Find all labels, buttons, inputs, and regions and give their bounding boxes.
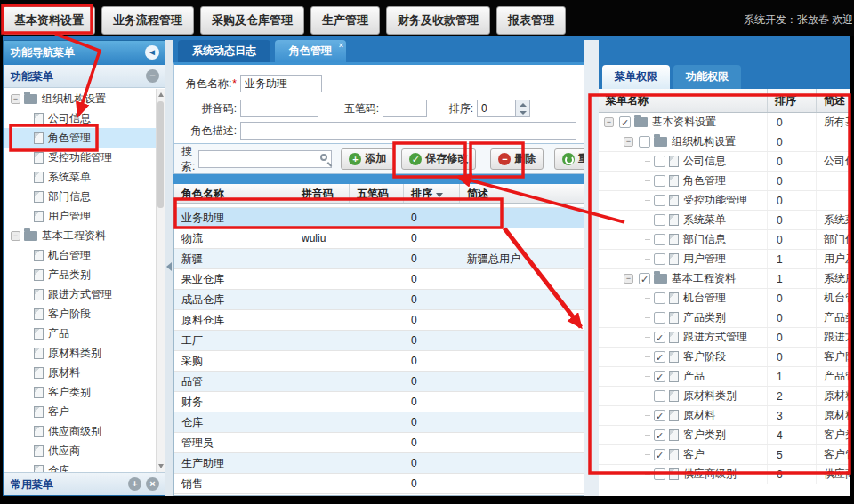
delete-button[interactable]: − 删除 bbox=[490, 148, 544, 170]
sidebar-tree-item[interactable]: 客户 bbox=[4, 402, 165, 421]
expander-icon[interactable]: − bbox=[604, 117, 614, 127]
sidebar-tree-item[interactable]: 原材料类别 bbox=[4, 343, 165, 363]
permission-tree-row[interactable]: ✓跟进方式管理0跟进方 bbox=[599, 328, 850, 348]
checkbox-icon[interactable]: ✓ bbox=[639, 273, 650, 284]
checkbox-icon[interactable]: ✓ bbox=[654, 410, 665, 421]
permission-tree-row[interactable]: ✓产品1产品管 bbox=[599, 367, 850, 387]
checkbox-icon[interactable] bbox=[654, 175, 665, 187]
permission-tree-row[interactable]: ✓原材料3原材料 bbox=[599, 406, 850, 426]
col-menu-order[interactable]: 排序 bbox=[768, 89, 817, 112]
sidebar-tree-item[interactable]: 机台管理 bbox=[4, 245, 165, 265]
tab-menu-permissions[interactable]: 菜单权限 bbox=[602, 65, 670, 89]
sidebar-tree-item[interactable]: 受控功能管理 bbox=[4, 148, 165, 167]
close-tab-icon[interactable]: × bbox=[339, 42, 343, 50]
permission-tree-row[interactable]: −✓基本工程资料1系统用 bbox=[599, 269, 850, 289]
permission-tree-row[interactable]: ✓客户5客户管 bbox=[599, 445, 850, 465]
spinner-up-icon[interactable] bbox=[516, 100, 529, 108]
splitter-collapse-icon[interactable] bbox=[166, 262, 172, 271]
col-pinyin[interactable]: 拼音码 bbox=[294, 184, 350, 203]
permission-tree-row[interactable]: 角色管理0 bbox=[599, 172, 850, 191]
sidebar-tree-item[interactable]: 供应商 bbox=[4, 441, 165, 460]
save-button[interactable]: ✓ 保存修改 bbox=[401, 148, 476, 170]
menu-item-2[interactable]: 采购及仓库管理 bbox=[200, 6, 304, 35]
role-table-row[interactable]: 业务助理0 bbox=[174, 208, 584, 228]
permission-tree-row[interactable]: ✓客户类别4客户类 bbox=[599, 426, 850, 445]
col-desc[interactable]: 简述 bbox=[460, 184, 584, 203]
expander-icon[interactable]: − bbox=[624, 137, 633, 147]
sidebar-scrollbar[interactable] bbox=[156, 89, 165, 472]
tab-system-log[interactable]: 系统动态日志 bbox=[178, 40, 270, 62]
sidebar-tree-item[interactable]: 部门信息 bbox=[4, 187, 165, 206]
checkbox-icon[interactable] bbox=[654, 312, 665, 324]
spinner-down-icon[interactable] bbox=[516, 108, 529, 116]
role-table-row[interactable]: 销售0 bbox=[174, 474, 584, 494]
sidebar-tree-item[interactable]: 原材料 bbox=[4, 363, 165, 382]
sidebar-tree-item[interactable]: 产品类别 bbox=[4, 265, 165, 284]
checkbox-icon[interactable] bbox=[654, 390, 665, 402]
menu-item-0[interactable]: 基本资料设置 bbox=[3, 6, 95, 35]
add-common-menu-icon[interactable]: + bbox=[128, 477, 141, 491]
menu-item-1[interactable]: 业务流程管理 bbox=[101, 6, 194, 35]
permission-tree-row[interactable]: ✓客户阶段0客户阶 bbox=[599, 348, 850, 367]
order-input[interactable] bbox=[477, 100, 516, 117]
col-menu-name[interactable]: 菜单名称 bbox=[599, 89, 768, 112]
sidebar-splitter[interactable] bbox=[165, 40, 173, 496]
role-table-row[interactable]: 原料仓库0 bbox=[174, 310, 584, 331]
role-table-row[interactable]: 果业仓库0 bbox=[174, 269, 584, 290]
role-table-row[interactable]: 工厂0 bbox=[174, 331, 584, 351]
tab-function-permissions[interactable]: 功能权限 bbox=[673, 65, 741, 89]
sidebar-tree-item[interactable]: −组织机构设置 bbox=[4, 89, 165, 108]
role-table-row[interactable]: 管理员0 bbox=[174, 433, 584, 453]
collapse-section-icon[interactable]: − bbox=[146, 69, 159, 83]
role-table-row[interactable]: 物流wuliu0 bbox=[174, 228, 584, 249]
permission-tree-row[interactable]: 原材料类别2原材料 bbox=[599, 387, 850, 406]
expander-icon[interactable]: − bbox=[624, 274, 633, 284]
role-table-row[interactable]: 仓库0 bbox=[174, 412, 584, 433]
role-table-row[interactable]: 财务0 bbox=[174, 392, 584, 412]
menu-item-4[interactable]: 财务及收款管理 bbox=[386, 6, 490, 35]
sidebar-tree-item[interactable]: 角色管理 bbox=[4, 128, 165, 148]
sidebar-tree-item[interactable]: 客户阶段 bbox=[4, 304, 165, 324]
tab-role-management[interactable]: 角色管理 × bbox=[275, 40, 346, 62]
permission-tree-row[interactable]: 产品类别0产品类 bbox=[599, 308, 850, 328]
sidebar-tree-item[interactable]: 用户管理 bbox=[4, 206, 165, 226]
function-menu-header[interactable]: 功能菜单 − bbox=[4, 65, 165, 88]
role-table-row[interactable]: 新疆0新疆总用户 bbox=[174, 249, 584, 269]
checkbox-icon[interactable]: ✓ bbox=[654, 332, 665, 343]
permission-tree-row[interactable]: 系统菜单0系统菜 bbox=[599, 211, 850, 230]
sidebar-tree-item[interactable]: 客户类别 bbox=[4, 382, 165, 402]
add-button[interactable]: + 添加 bbox=[341, 148, 394, 170]
checkbox-icon[interactable]: ✓ bbox=[654, 429, 665, 441]
checkbox-icon[interactable] bbox=[654, 156, 665, 167]
role-desc-input[interactable] bbox=[240, 122, 576, 140]
scroll-down-icon[interactable] bbox=[158, 464, 164, 468]
permission-tree-row[interactable]: 公司信息0公司信 bbox=[599, 152, 850, 172]
scroll-up-icon[interactable] bbox=[158, 92, 164, 97]
checkbox-icon[interactable] bbox=[654, 234, 665, 245]
role-table-row[interactable]: 采购0 bbox=[174, 351, 584, 372]
permission-tree-row[interactable]: 部门信息0部门信 bbox=[599, 230, 850, 250]
permission-tree-row[interactable]: 受控功能管理0 bbox=[599, 191, 850, 211]
sidebar-tree-item[interactable]: 系统菜单 bbox=[4, 167, 165, 187]
role-table-row[interactable]: 品管0 bbox=[174, 372, 584, 392]
col-menu-desc[interactable]: 简述 bbox=[817, 89, 850, 112]
search-icon[interactable] bbox=[320, 154, 327, 161]
common-menu-header[interactable]: 常用菜单 + × bbox=[4, 472, 165, 495]
checkbox-icon[interactable] bbox=[654, 292, 665, 304]
checkbox-icon[interactable]: ✓ bbox=[654, 449, 665, 460]
order-spinner[interactable] bbox=[516, 100, 530, 117]
collapse-sidebar-icon[interactable]: ◄ bbox=[145, 45, 159, 60]
menu-item-5[interactable]: 报表管理 bbox=[496, 6, 566, 35]
role-name-input[interactable] bbox=[240, 75, 322, 92]
col-order[interactable]: 排序 bbox=[404, 184, 460, 203]
search-input[interactable] bbox=[198, 150, 332, 168]
menu-item-3[interactable]: 生产管理 bbox=[310, 6, 380, 35]
scrollbar-thumb[interactable] bbox=[157, 101, 164, 208]
checkbox-icon[interactable] bbox=[654, 468, 665, 480]
permission-tree-row[interactable]: 机台管理0机台管 bbox=[599, 289, 850, 308]
horizontal-splitter[interactable] bbox=[173, 174, 584, 184]
checkbox-icon[interactable]: ✓ bbox=[619, 116, 631, 128]
clear-common-menu-icon[interactable]: × bbox=[146, 477, 159, 491]
sidebar-tree-item[interactable]: 产品 bbox=[4, 324, 165, 343]
checkbox-icon[interactable] bbox=[654, 195, 665, 206]
